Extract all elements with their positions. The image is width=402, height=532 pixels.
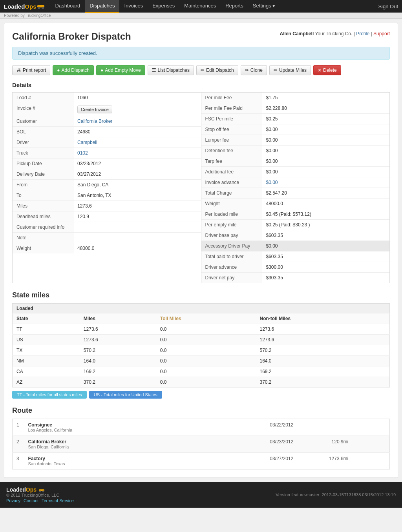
delete-label: Delete bbox=[323, 67, 337, 73]
add-empty-move-label: Add Empty Move bbox=[105, 67, 141, 73]
per-empty-label: Per empty mile bbox=[201, 220, 262, 230]
details-title: Details bbox=[12, 82, 390, 88]
detail-row-pickup: Pickup Date 03/23/2012 bbox=[13, 159, 201, 169]
detail-row-miles: Miles 1273.6 bbox=[13, 201, 201, 211]
nav-expenses[interactable]: Expenses bbox=[148, 0, 179, 13]
customer-link[interactable]: California Broker bbox=[77, 118, 112, 124]
nontoll-az: 370.2 bbox=[256, 377, 390, 388]
state-row-ca: CA 169.2 0.0 169.2 bbox=[13, 366, 390, 377]
detail-row-deadhead: Deadhead miles 120.9 bbox=[13, 211, 201, 222]
bol-value: 24680 bbox=[73, 127, 201, 137]
additional-value: $0.00 bbox=[262, 167, 390, 177]
driver-link[interactable]: Campbell bbox=[77, 140, 97, 145]
toll-az: 0.0 bbox=[156, 377, 256, 388]
clone-icon: ✏ bbox=[245, 67, 249, 73]
svg-point-2 bbox=[42, 7, 44, 9]
miles-tx: 570.2 bbox=[80, 345, 156, 356]
stop-name-2: California Broker bbox=[28, 439, 262, 445]
support-link[interactable]: Support bbox=[373, 31, 390, 36]
nav-settings[interactable]: Settings ▾ bbox=[248, 0, 280, 13]
success-alert: Dispatch was successfully created. bbox=[12, 47, 390, 60]
nontoll-nm: 164.0 bbox=[256, 356, 390, 366]
nontoll-ca: 169.2 bbox=[256, 366, 390, 377]
sign-out-link[interactable]: Sign Out bbox=[378, 4, 398, 9]
list-dispatches-button[interactable]: ☰ List Dispatches bbox=[148, 65, 194, 75]
add-icon: ● bbox=[57, 67, 60, 73]
nav-invoices[interactable]: Invoices bbox=[119, 0, 148, 13]
footer-logo-ops: Ops bbox=[26, 486, 37, 493]
from-label: From bbox=[13, 180, 73, 190]
footer-left: LoadedOps © 2012 TruckingOffice, LLC Pri… bbox=[6, 486, 74, 503]
detail-row-per-empty: Per empty mile $0.25 (Paid: $30.23 ) bbox=[201, 220, 390, 230]
invoice-label: Invoice # bbox=[13, 103, 73, 116]
detail-row-driver-advance: Driver advance $300.00 bbox=[201, 262, 390, 273]
detail-row-weight-left: Weight 48000.0 bbox=[13, 243, 201, 253]
nav-dashboard[interactable]: Dashboard bbox=[51, 0, 85, 13]
add-empty-move-button[interactable]: ● Add Empty Move bbox=[96, 65, 145, 75]
profile-link[interactable]: Profile bbox=[356, 31, 369, 36]
print-report-button[interactable]: 🖨 Print report bbox=[12, 65, 50, 75]
route-stop-3: Factory San Antonio, Texas bbox=[24, 453, 266, 470]
state-tx: TX bbox=[13, 345, 80, 356]
nav-maintenances[interactable]: Maintenances bbox=[179, 0, 221, 13]
detail-row-bol: BOL 24680 bbox=[13, 127, 201, 137]
route-action-3 bbox=[352, 453, 389, 470]
footer-copy: © 2012 TruckingOffice, LLC bbox=[6, 493, 74, 497]
toll-nm: 0.0 bbox=[156, 356, 256, 366]
update-miles-button[interactable]: ✏ Update Miles bbox=[269, 65, 311, 75]
detail-row-note: Note bbox=[13, 233, 201, 243]
total-paid-label: Total paid to driver bbox=[201, 251, 262, 262]
delivery-value: 03/27/2012 bbox=[73, 169, 201, 179]
clone-label: Clone bbox=[250, 67, 263, 73]
route-action-1 bbox=[352, 419, 389, 436]
navigation: LoadedOps Dashboard Dispatches Invoices … bbox=[0, 0, 402, 13]
footer-privacy[interactable]: Privacy bbox=[6, 498, 20, 503]
deadhead-value: 120.9 bbox=[73, 211, 201, 222]
route-row-2: 2 California Broker San Diego, Californi… bbox=[13, 436, 390, 453]
pickup-label: Pickup Date bbox=[13, 159, 73, 169]
detail-row-lumper: Lumper fee $0.00 bbox=[201, 135, 390, 146]
weight-right-label: Weight bbox=[201, 199, 262, 209]
driver-net-value: $303.35 bbox=[262, 273, 390, 283]
truck-link[interactable]: 0102 bbox=[77, 150, 88, 156]
create-invoice-button[interactable]: Create Invoice bbox=[77, 106, 112, 113]
footer-contact[interactable]: Contact bbox=[24, 498, 38, 503]
delete-button[interactable]: ✕ Delete bbox=[313, 65, 341, 75]
driver-base-label: Driver base pay bbox=[201, 230, 262, 240]
per-empty-value: $0.25 (Paid: $30.23 ) bbox=[262, 220, 390, 230]
powered-by-text: Powered by TruckingOffice bbox=[4, 13, 51, 18]
detail-row-load: Load # 1060 bbox=[13, 93, 201, 103]
legend-tt-button[interactable]: TT - Total miles for all states miles bbox=[12, 391, 87, 399]
stop-fee-value: $0.00 bbox=[262, 124, 390, 135]
miles-label: Miles bbox=[13, 201, 73, 211]
footer-terms[interactable]: Terms of Service bbox=[42, 498, 74, 503]
toll-tt: 0.0 bbox=[156, 324, 256, 335]
legend-us-button[interactable]: US - Total miles for United States bbox=[89, 391, 162, 399]
footer: LoadedOps © 2012 TruckingOffice, LLC Pri… bbox=[0, 482, 402, 508]
svg-point-1 bbox=[38, 7, 40, 9]
detention-label: Detention fee bbox=[201, 146, 262, 156]
nav-links: Dashboard Dispatches Invoices Expenses M… bbox=[51, 0, 378, 13]
miles-value: 1273.6 bbox=[73, 201, 201, 211]
state-miles-subheader: Loaded bbox=[13, 304, 390, 313]
nav-reports[interactable]: Reports bbox=[221, 0, 248, 13]
add-dispatch-button[interactable]: ● Add Dispatch bbox=[53, 65, 94, 75]
col-toll: Toll Miles bbox=[156, 313, 256, 324]
state-row-nm: NM 164.0 0.0 164.0 bbox=[13, 356, 390, 366]
truck-label: Truck bbox=[13, 148, 73, 158]
clone-button[interactable]: ✏ Clone bbox=[241, 65, 267, 75]
detail-row-driver-net: Driver net pay $303.35 bbox=[201, 273, 390, 283]
state-miles-table: Loaded State Miles Toll Miles Non-toll M… bbox=[12, 303, 390, 388]
route-miles-3: 1273.6mi bbox=[313, 453, 352, 470]
route-miles-1 bbox=[313, 419, 352, 436]
edit-dispatch-button[interactable]: ✏ Edit Dispatch bbox=[196, 65, 238, 75]
total-charge-value: $2,547.20 bbox=[262, 188, 390, 198]
add-dispatch-label: Add Dispatch bbox=[62, 67, 90, 73]
detail-row-total-paid: Total paid to driver $603.35 bbox=[201, 251, 390, 262]
footer-logo: LoadedOps bbox=[6, 486, 74, 493]
update-miles-label: Update Miles bbox=[279, 67, 307, 73]
footer-logo-text: LoadedOps bbox=[6, 486, 37, 493]
detail-row-to: To San Antonio, TX bbox=[13, 190, 201, 201]
loaded-label: Loaded bbox=[13, 304, 390, 313]
nav-dispatches[interactable]: Dispatches bbox=[85, 0, 119, 13]
